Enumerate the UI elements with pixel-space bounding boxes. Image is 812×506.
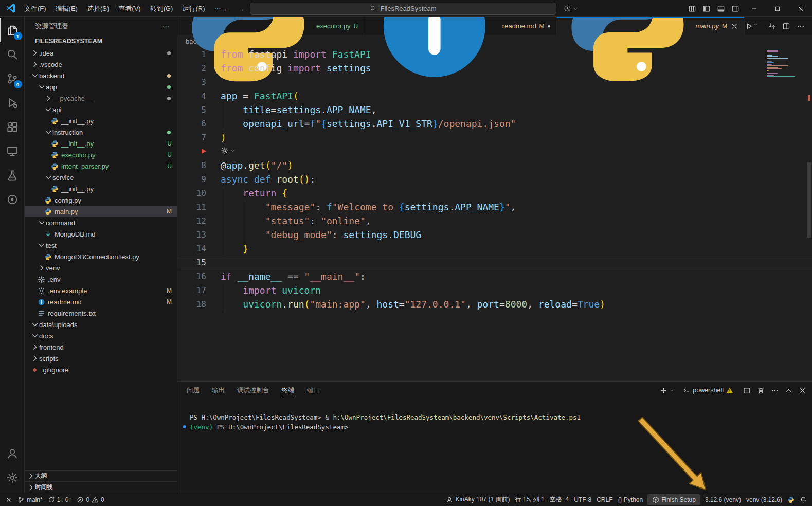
panel-tab-1[interactable]: 输出 <box>212 382 225 399</box>
panel-tab-2[interactable]: 调试控制台 <box>237 382 269 399</box>
tree-item-frontend[interactable]: frontend <box>25 341 177 353</box>
tree-item-readme-md[interactable]: readme.mdM <box>25 296 177 308</box>
menu-4[interactable]: 转到(G) <box>146 0 178 17</box>
inline-gear-widget[interactable] <box>177 144 812 158</box>
activity-accounts[interactable] <box>0 441 25 465</box>
tree-item-venv[interactable]: venv <box>25 262 177 274</box>
command-center[interactable]: FilesReadSysteam <box>250 3 556 15</box>
nav-forward-icon[interactable]: → <box>236 4 246 13</box>
terminal-shell-powershell[interactable]: powershell <box>679 387 737 394</box>
status-remote-window[interactable] <box>3 494 15 505</box>
layout-sidebar-right-icon[interactable] <box>728 0 743 17</box>
tree-item-idea[interactable]: .idea <box>25 47 177 59</box>
tree-item-env-example[interactable]: .env.exampleM <box>25 285 177 296</box>
tree-item-requirements-txt[interactable]: requirements.txt <box>25 308 177 319</box>
panel-tab-4[interactable]: 端口 <box>307 382 320 399</box>
status-git-sync[interactable]: 1↓ 0↑ <box>45 494 75 505</box>
activity-manage[interactable] <box>0 465 25 490</box>
status-git-branch[interactable]: main* <box>15 494 45 505</box>
layout-sidebar-left-icon[interactable] <box>699 0 714 17</box>
new-terminal-icon[interactable] <box>659 386 668 395</box>
tree-item-executor-py[interactable]: executor.pyU <box>25 149 177 160</box>
panel-tab-3[interactable]: 终端 <box>282 382 295 399</box>
menu-3[interactable]: 查看(V) <box>114 0 145 17</box>
tree-item-api[interactable]: api <box>25 104 177 115</box>
activity-extension-panel[interactable] <box>0 187 25 211</box>
close-tab-icon[interactable] <box>730 22 738 30</box>
menu-2[interactable]: 选择(S) <box>82 0 114 17</box>
status-problems[interactable]: 00 <box>74 494 106 505</box>
editor-layout-icon[interactable] <box>685 0 699 17</box>
terminal-profiles-icon[interactable] <box>669 386 674 395</box>
close-panel-icon[interactable] <box>798 386 807 395</box>
tree-section-header[interactable]: FILESREADSYSTEAM <box>25 35 177 47</box>
status-encoding[interactable]: UTF-8 <box>571 494 594 505</box>
status-language-mode[interactable]: {} Python <box>615 494 645 505</box>
tree-item-instruction[interactable]: instruction <box>25 127 177 138</box>
tree-item-init-py[interactable]: __init__.py <box>25 183 177 194</box>
tree-item-backend[interactable]: backend <box>25 70 177 81</box>
tree-item-pycache[interactable]: __pycache__ <box>25 93 177 104</box>
menu-0[interactable]: 文件(F) <box>20 0 51 17</box>
tree-item-mongodb-md[interactable]: MongoDB.md <box>25 228 177 240</box>
tab-main-py[interactable]: main.pyM <box>557 17 745 35</box>
tree-item-intent-parser-py[interactable]: intent_parser.pyU <box>25 160 177 172</box>
status-eol[interactable]: CRLF <box>594 494 615 505</box>
activity-source-control[interactable]: 9 <box>0 66 25 91</box>
tree-item-init-py[interactable]: __init__.pyU <box>25 138 177 149</box>
sidebar-more-icon[interactable]: ⋯ <box>163 22 170 30</box>
nav-back-icon[interactable]: ← <box>221 4 232 13</box>
window-close-icon[interactable] <box>789 0 812 17</box>
tree-item-scripts[interactable]: scripts <box>25 353 177 364</box>
open-changes-icon[interactable] <box>768 22 776 31</box>
tree-item-command[interactable]: command <box>25 217 177 228</box>
minimap[interactable] <box>767 50 803 78</box>
maximize-panel-icon[interactable] <box>784 386 793 395</box>
window-maximize-icon[interactable] <box>766 0 789 17</box>
chevron-down-icon[interactable] <box>230 148 236 153</box>
run-python-file-icon[interactable] <box>745 22 762 31</box>
tree-item-gitignore[interactable]: .gitignore <box>25 364 177 375</box>
split-editor-icon[interactable] <box>782 22 790 31</box>
status-git-blame[interactable]: KiriAky 107 (1 周前) <box>443 494 512 505</box>
tree-item-env[interactable]: .env <box>25 274 177 285</box>
status-notifications[interactable] <box>797 494 809 505</box>
activity-testing[interactable] <box>0 163 25 187</box>
menu-5[interactable]: 运行(R) <box>177 0 209 17</box>
tree-item-config-py[interactable]: config.py <box>25 194 177 206</box>
tree-item-main-py[interactable]: main.pyM <box>25 206 177 217</box>
activity-run-and-debug[interactable] <box>0 91 25 115</box>
session-button[interactable] <box>560 3 582 15</box>
status-indentation[interactable]: 空格: 4 <box>547 494 571 505</box>
tree-item-service[interactable]: service <box>25 172 177 183</box>
sidebar-section-1[interactable]: 时间线 <box>25 481 177 493</box>
split-terminal-icon[interactable] <box>742 386 751 395</box>
activity-search[interactable] <box>0 42 25 66</box>
tree-item-docs[interactable]: docs <box>25 330 177 341</box>
editor-more-icon[interactable] <box>797 22 805 31</box>
tab-readme-md[interactable]: readme.mdM● <box>364 17 556 35</box>
terminal-more-icon[interactable] <box>770 386 779 395</box>
status-finish-setup[interactable]: Finish Setup <box>647 494 700 505</box>
kill-terminal-icon[interactable] <box>756 386 765 395</box>
activity-remote-explorer[interactable] <box>0 139 25 163</box>
status-cursor-position[interactable]: 行 15, 列 1 <box>512 494 547 505</box>
tree-item-init-py[interactable]: __init__.py <box>25 115 177 127</box>
tree-item-mongodbconnectiontest-py[interactable]: MongoDBConnectionTest.py <box>25 251 177 262</box>
status-python-interpreter[interactable]: 3.12.6 (venv) <box>702 494 744 505</box>
layout-panel-icon[interactable] <box>714 0 728 17</box>
activity-extensions[interactable] <box>0 115 25 139</box>
panel-tab-0[interactable]: 问题 <box>187 382 200 399</box>
status-python-extension[interactable] <box>785 494 797 505</box>
status-venv-indicator[interactable]: venv (3.12.6) <box>744 494 785 505</box>
tree-item-vscode[interactable]: .vscode <box>25 59 177 70</box>
editor-scrollbar[interactable] <box>807 162 811 238</box>
tab-executor-py[interactable]: executor.pyU <box>177 17 364 35</box>
menu-1[interactable]: 编辑(E) <box>51 0 82 17</box>
tree-item-test[interactable]: test <box>25 240 177 251</box>
window-minimize-icon[interactable] <box>743 0 766 17</box>
sidebar-section-0[interactable]: 大纲 <box>25 470 177 481</box>
gear-icon[interactable] <box>221 147 229 155</box>
tree-item-app[interactable]: app <box>25 81 177 93</box>
activity-explorer[interactable]: 1 <box>0 18 25 42</box>
